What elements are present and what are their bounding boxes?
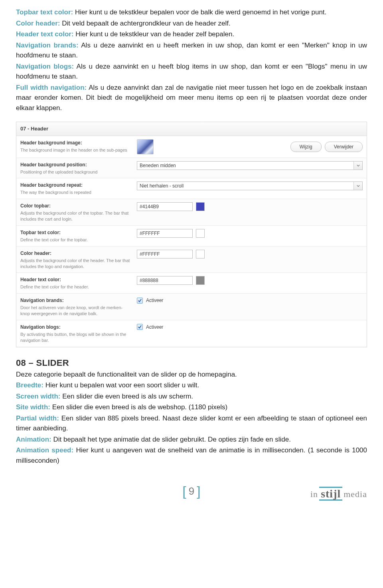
label-bg-position: Header background position: [20,161,132,168]
verwijder-button[interactable]: Verwijder [325,142,363,152]
intro-p2-text: Dit veld bepaalt de achtergrondkleur van… [60,20,231,27]
swatch-color-topbar[interactable] [196,202,205,211]
swatch-topbar-text-color[interactable] [196,229,205,238]
term-animation-speed: Animation speed: [16,446,73,454]
input-header-text-color[interactable]: #888888 [137,276,193,285]
wijzig-button[interactable]: Wijzig [290,142,322,152]
row-bg-position: Header background position: Positioning … [16,158,367,179]
intro-p2: Color header: Dit veld bepaalt de achter… [16,18,367,29]
s08-p2-text: Een slider die even breed is als uw sche… [60,393,193,400]
select-bg-position-value: Beneden midden [140,162,176,169]
settings-panel: 07 - Header Header background image: The… [16,122,367,347]
swatch-color-header[interactable] [196,250,205,258]
term-nav-blogs: Navigation blogs: [16,63,74,70]
checkbox-label-nav-brands: Activeer [146,297,163,304]
label-bg-image: Header background image: [20,139,132,146]
label-bg-repeat: Header background repeat: [20,182,132,189]
logo-media: media [344,487,367,501]
bg-image-thumbnail [137,139,154,154]
desc-color-topbar: Adjusts the background color of the topb… [20,210,132,222]
s08-p3-text: Een slider die even breed is als de webs… [50,403,227,411]
section-08: 08 – SLIDER Deze categorie bepaalt de fu… [16,356,367,466]
row-nav-brands: Navigation brands: Door het activeren va… [16,294,367,320]
swatch-header-text-color[interactable] [196,276,205,285]
intro-p3-text: Hier kunt u de tekstkleur van de header … [74,30,235,38]
term-screen-width: Screen width: [16,393,60,400]
page-number-wrap: [ 9 ] [182,481,200,501]
input-color-header[interactable]: #FFFFFF [137,250,193,258]
s08-p4-text: Een slider van 885 pixels breed. Naast d… [16,414,367,432]
page-footer: [ 9 ] in stijl media [16,479,367,503]
select-bg-repeat[interactable]: Niet herhalen - scroll [137,182,363,190]
s08-p1-text: Hier kunt u bepalen wat voor een soort s… [43,381,199,389]
logo-stijl: stijl [319,487,342,501]
intro-p5: Navigation blogs: Als u deze aanvinkt en… [16,61,367,82]
desc-topbar-text-color: Define the text color for the topbar. [20,237,132,243]
desc-bg-image: The background image in the header on th… [20,147,132,153]
check-icon [138,325,142,329]
row-nav-blogs: Navigation blogs: By activating this but… [16,320,367,347]
page-number: 9 [189,483,194,499]
row-bg-repeat: Header background repeat: The way the ba… [16,178,367,199]
check-icon [138,298,142,303]
desc-nav-blogs: By activating this button, the blogs wil… [20,331,132,343]
checkbox-label-nav-blogs: Activeer [146,324,163,331]
desc-nav-brands: Door het activeren van deze knop, wordt … [20,305,132,317]
select-bg-position[interactable]: Beneden midden [137,161,363,170]
bracket-right-icon: ] [197,481,200,501]
intro-p1-text: Hier kunt u de tekstkleur bepalen voor d… [73,8,326,16]
label-header-text-color: Header text color: [20,276,132,283]
desc-bg-repeat: The way the background is repeated [20,189,132,195]
select-bg-repeat-value: Niet herhalen - scroll [140,182,184,189]
chevron-down-icon [353,182,362,190]
intro-p6: Full width navigation: Als u deze aanvin… [16,83,367,113]
instijlmedia-logo: in stijl media [310,487,367,501]
term-partial-width: Partial width: [16,414,59,422]
label-nav-brands: Navigation brands: [20,297,132,304]
label-color-topbar: Color topbar: [20,202,132,209]
input-topbar-text-color[interactable]: #FFFFFF [137,229,193,238]
term-nav-brands: Navigation brands: [16,41,79,49]
row-color-topbar: Color topbar: Adjusts the background col… [16,199,367,226]
intro-p1: Topbar text color: Hier kunt u de tekstk… [16,7,367,18]
row-topbar-text-color: Topbar text color: Define the text color… [16,226,367,247]
s08-p3: Site width: Een slider die even breed is… [16,402,367,412]
desc-bg-position: Positioning of the uploaded background [20,169,132,175]
term-topbar-text-color: Topbar text color: [16,8,73,16]
panel-title: 07 - Header [16,122,367,136]
desc-color-header: Adjusts the background color of the head… [20,258,132,270]
intro-p4: Navigation brands: Als u deze aanvinkt e… [16,40,367,61]
term-header-text-color: Header text color: [16,30,74,38]
term-breedte: Breedte: [16,381,43,389]
checkbox-nav-brands[interactable] [137,298,143,304]
intro-p3: Header text color: Hier kunt u de tekstk… [16,29,367,39]
row-bg-image: Header background image: The background … [16,136,367,158]
s08-p5-text: Dit bepaalt het type animatie dat de sli… [51,436,291,443]
section-08-heading: 08 – SLIDER [16,356,367,369]
s08-p2: Screen width: Een slider die even breed … [16,391,367,402]
bracket-left-icon: [ [182,481,186,501]
label-topbar-text-color: Topbar text color: [20,229,132,236]
row-header-text-color: Header text color: Define the text color… [16,273,367,294]
chevron-down-icon [353,162,362,170]
s08-intro: Deze categorie bepaalt de functionalitei… [16,369,367,380]
s08-p1: Breedte: Hier kunt u bepalen wat voor ee… [16,380,367,391]
label-color-header: Color header: [20,250,132,257]
intro-block: Topbar text color: Hier kunt u de tekstk… [16,7,367,113]
term-full-width-nav: Full width navigation: [16,84,87,91]
checkbox-nav-blogs[interactable] [137,324,143,330]
s08-p5: Animation: Dit bepaalt het type animatie… [16,434,367,445]
term-animation: Animation: [16,436,51,443]
desc-header-text-color: Define the text color for the header. [20,284,132,290]
row-color-header: Color header: Adjusts the background col… [16,247,367,273]
term-color-header: Color header: [16,20,60,27]
label-nav-blogs: Navigation blogs: [20,324,132,331]
input-color-topbar[interactable]: #4144B9 [137,202,193,211]
s08-p4: Partial width: Een slider van 885 pixels… [16,413,367,434]
term-site-width: Site width: [16,403,50,411]
s08-p6: Animation speed: Hier kunt u aangeven wa… [16,445,367,466]
logo-in: in [310,487,318,501]
